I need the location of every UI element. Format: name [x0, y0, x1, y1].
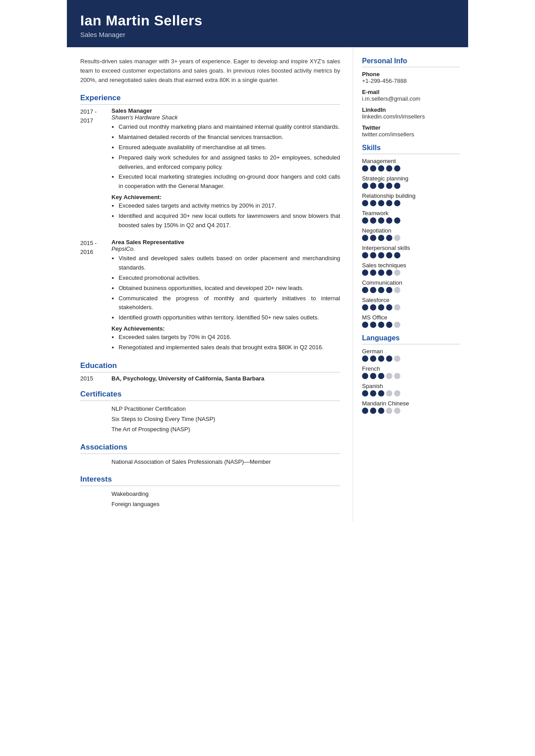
exp-title-1: Sales Manager — [111, 107, 340, 114]
filled-dot — [378, 390, 384, 396]
filled-dot — [386, 304, 392, 311]
skill-row: Communication — [362, 279, 460, 293]
achievement-item: Identified and acquired 30+ new local ou… — [119, 212, 340, 230]
filled-dot — [362, 217, 368, 224]
empty-dot — [394, 304, 400, 311]
filled-dot — [378, 165, 384, 172]
twitter-row: Twitter twitter.com/imsellers — [362, 124, 460, 138]
bullet-item: Prepared daily work schedules for and as… — [119, 153, 340, 172]
filled-dot — [394, 200, 400, 206]
skill-name: MS Office — [362, 314, 460, 321]
empty-dot — [394, 373, 400, 379]
language-row: German — [362, 348, 460, 362]
empty-dot — [394, 408, 400, 414]
cert-item: Six Steps to Closing Every Time (NASP) — [111, 414, 340, 424]
filled-dot — [370, 304, 376, 311]
filled-dot — [370, 270, 376, 276]
key-achievement-label-2: Key Achievements: — [111, 325, 340, 332]
exp-title-2: Area Sales Representative — [111, 239, 340, 245]
main-column: Results-driven sales manager with 3+ yea… — [67, 47, 353, 522]
skill-dots — [362, 235, 460, 241]
filled-dot — [378, 304, 384, 311]
languages-container: GermanFrenchSpanishMandarin Chinese — [362, 348, 460, 414]
exp-achievements-2: Exceeded sales targets by 70% in Q4 2016… — [111, 333, 340, 352]
interest-item: Foreign languages — [111, 499, 340, 509]
filled-dot — [386, 235, 392, 241]
filled-dot — [362, 373, 368, 379]
language-dots — [362, 373, 460, 379]
skill-row: Relationship building — [362, 192, 460, 206]
interests-section-title: Interests — [80, 475, 340, 486]
email-label: E-mail — [362, 89, 460, 95]
filled-dot — [362, 165, 368, 172]
personal-info-title: Personal Info — [362, 57, 460, 67]
language-row: French — [362, 365, 460, 379]
filled-dot — [394, 183, 400, 189]
filled-dot — [386, 217, 392, 224]
experience-block-2: 2015 - 2016 Area Sales Representative Pe… — [80, 239, 340, 353]
body-container: Results-driven sales manager with 3+ yea… — [67, 47, 468, 522]
filled-dot — [370, 408, 376, 414]
exp-content-1: Sales Manager Shawn's Hardware Shack Car… — [111, 107, 340, 231]
language-name: Spanish — [362, 383, 460, 389]
filled-dot — [362, 270, 368, 276]
sidebar: Personal Info Phone +1-299-456-7888 E-ma… — [353, 47, 468, 522]
bullet-item: Communicated the progress of monthly and… — [119, 294, 340, 313]
skill-dots — [362, 270, 460, 276]
skill-row: Interpersonal skills — [362, 245, 460, 258]
language-dots — [362, 408, 460, 414]
skill-name: Communication — [362, 279, 460, 286]
email-row: E-mail i.m.sellers@gmail.com — [362, 89, 460, 102]
edu-year: 2015 — [80, 375, 111, 382]
filled-dot — [386, 252, 392, 258]
bullet-item: Executed local marketing strategies incl… — [119, 172, 340, 191]
skill-dots — [362, 217, 460, 224]
exp-years-1: 2017 - 2017 — [80, 107, 111, 231]
assoc-item: National Association of Sales Profession… — [111, 457, 340, 467]
filled-dot — [386, 165, 392, 172]
filled-dot — [362, 304, 368, 311]
certificates-section-title: Certificates — [80, 390, 340, 401]
empty-dot — [386, 373, 392, 379]
filled-dot — [362, 390, 368, 396]
filled-dot — [370, 200, 376, 206]
filled-dot — [370, 252, 376, 258]
empty-dot — [386, 408, 392, 414]
filled-dot — [362, 183, 368, 189]
filled-dot — [362, 356, 368, 362]
cert-item: NLP Practitioner Certification — [111, 404, 340, 414]
filled-dot — [378, 252, 384, 258]
filled-dot — [370, 322, 376, 328]
empty-dot — [386, 390, 392, 396]
skill-name: Interpersonal skills — [362, 245, 460, 251]
bullet-item: Identified growth opportunities within t… — [119, 313, 340, 323]
bullet-item: Maintained detailed records of the finan… — [119, 133, 340, 142]
full-name: Ian Martin Sellers — [80, 12, 455, 29]
skill-row: Sales techniques — [362, 262, 460, 276]
achievement-item: Exceeded sales targets and activity metr… — [119, 201, 340, 211]
filled-dot — [394, 165, 400, 172]
filled-dot — [370, 217, 376, 224]
skill-row: Strategic planning — [362, 175, 460, 189]
skill-dots — [362, 165, 460, 172]
filled-dot — [370, 235, 376, 241]
filled-dot — [370, 390, 376, 396]
empty-dot — [394, 287, 400, 293]
linkedin-row: LinkedIn linkedin.com/in/imsellers — [362, 106, 460, 120]
filled-dot — [362, 235, 368, 241]
bullet-item: Executed promotional activities. — [119, 274, 340, 283]
bullet-item: Ensured adequate availability of merchan… — [119, 143, 340, 152]
experience-section-title: Experience — [80, 94, 340, 105]
filled-dot — [362, 200, 368, 206]
skill-dots — [362, 322, 460, 328]
exp-bullets-1: Carried out monthly marketing plans and … — [111, 123, 340, 191]
header: Ian Martin Sellers Sales Manager — [67, 0, 468, 47]
exp-company-1: Shawn's Hardware Shack — [111, 114, 340, 121]
filled-dot — [386, 183, 392, 189]
phone-label: Phone — [362, 71, 460, 78]
skill-name: Relationship building — [362, 192, 460, 199]
filled-dot — [362, 287, 368, 293]
filled-dot — [386, 356, 392, 362]
filled-dot — [394, 252, 400, 258]
filled-dot — [362, 252, 368, 258]
